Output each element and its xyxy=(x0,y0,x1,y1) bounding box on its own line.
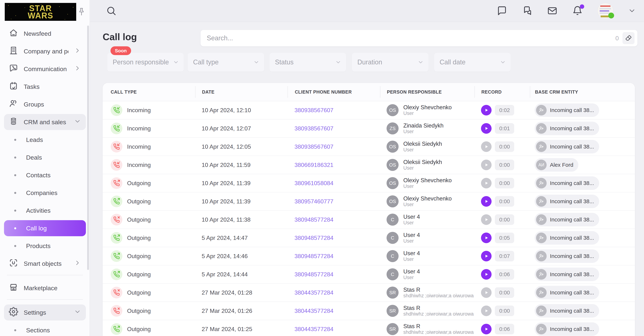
client-phone-link[interactable]: 380948577284 xyxy=(294,253,334,260)
client-phone-link[interactable]: 380948577284 xyxy=(294,271,334,278)
play-record-button[interactable] xyxy=(481,123,492,134)
table-row[interactable]: Outgoing5 Apr 2024, 14:47380948577284CUs… xyxy=(103,229,635,247)
table-row[interactable]: Outgoing27 Mar 2024, 01:28380443577284SR… xyxy=(103,284,635,302)
sidebar-item-products[interactable]: Products xyxy=(4,238,86,254)
sidebar-item-activities[interactable]: Activities xyxy=(4,202,86,218)
company-icon xyxy=(9,46,18,57)
mail-button[interactable] xyxy=(547,6,558,16)
record-duration: 0:00 xyxy=(495,196,514,207)
sidebar-item-label: Company and pe... xyxy=(24,48,68,55)
play-record-button[interactable] xyxy=(481,178,492,188)
feedback-button[interactable] xyxy=(497,6,507,16)
user-avatar[interactable] xyxy=(597,3,613,19)
table-row[interactable]: Outgoing5 Apr 2024, 14:44380948577284CUs… xyxy=(103,265,635,284)
client-phone-link[interactable]: 380443577284 xyxy=(294,326,334,332)
play-record-button[interactable] xyxy=(481,214,492,225)
entity-call-icon xyxy=(536,178,547,188)
global-search-button[interactable] xyxy=(106,6,116,16)
sidebar-item-smart-objects[interactable]: Smart objects xyxy=(4,255,86,272)
sidebar-item-deals[interactable]: Deals xyxy=(4,149,86,165)
crm-entity-chip[interactable]: Incoming call 38... xyxy=(534,103,599,117)
play-record-button[interactable] xyxy=(481,324,492,334)
client-phone-link[interactable]: 380938567607 xyxy=(294,107,334,114)
client-phone-link[interactable]: 380948577284 xyxy=(294,235,334,241)
sidebar-item-companies[interactable]: Companies xyxy=(4,185,86,201)
person-avatar: C xyxy=(386,268,398,280)
app-logo[interactable]: STAR WARS xyxy=(5,3,76,21)
crm-entity-chip[interactable]: Incoming call 38... xyxy=(534,213,599,226)
play-record-button[interactable] xyxy=(481,105,492,116)
table-row[interactable]: Outgoing10 Apr 2024, 11:39380957460777OS… xyxy=(103,192,635,211)
pin-sidebar-icon[interactable] xyxy=(77,7,86,17)
filter-call-date[interactable]: Call date xyxy=(434,53,511,72)
play-record-button[interactable] xyxy=(481,305,492,316)
play-record-button[interactable] xyxy=(481,141,492,152)
sidebar-item-groups[interactable]: Groups xyxy=(4,96,86,112)
table-row[interactable]: Outgoing27 Mar 2024, 01:26380443577284SR… xyxy=(103,302,635,320)
filter-duration[interactable]: Duration xyxy=(352,53,428,72)
sidebar-item-leads[interactable]: Leads xyxy=(4,132,86,148)
play-record-button[interactable] xyxy=(481,287,492,298)
client-phone-link[interactable]: 380443577284 xyxy=(294,289,334,296)
play-record-button[interactable] xyxy=(481,160,492,170)
eraser-icon xyxy=(625,35,632,42)
client-phone-link[interactable]: 380948577284 xyxy=(294,216,334,223)
play-record-button[interactable] xyxy=(481,233,492,243)
table-row[interactable]: Outgoing5 Apr 2024, 14:46380948577284CUs… xyxy=(103,247,635,265)
sidebar-scrollbar[interactable] xyxy=(87,26,89,270)
table-row[interactable]: Incoming10 Apr 2024, 12:05380938567607OS… xyxy=(103,138,635,156)
filter-label: Call type xyxy=(193,58,253,66)
sidebar-item-marketplace[interactable]: Marketplace xyxy=(4,280,86,296)
profile-menu-button[interactable] xyxy=(628,7,636,15)
bullet-icon xyxy=(14,139,16,141)
client-phone-link[interactable]: 380938567607 xyxy=(294,125,334,132)
play-icon xyxy=(484,126,489,131)
sidebar-item-call-log[interactable]: Call log xyxy=(4,220,86,236)
crm-entity-chip[interactable]: Incoming call 38... xyxy=(534,176,599,190)
table-row[interactable]: Incoming10 Apr 2024, 11:59380669186321OS… xyxy=(103,156,635,174)
table-row[interactable]: Outgoing27 Mar 2024, 01:25380443577284SR… xyxy=(103,320,635,336)
crm-entity-chip[interactable]: Incoming call 38... xyxy=(534,249,599,263)
column-header-date: Date xyxy=(195,86,288,98)
sidebar-item-contacts[interactable]: Contacts xyxy=(4,167,86,183)
client-phone-link[interactable]: 380669186321 xyxy=(294,162,334,168)
play-record-button[interactable] xyxy=(481,251,492,261)
table-row[interactable]: Outgoing10 Apr 2024, 11:38380948577284CU… xyxy=(103,211,635,229)
play-record-button[interactable] xyxy=(481,269,492,280)
filter-person-responsible[interactable]: SoonPerson responsible xyxy=(107,53,184,72)
filter-status[interactable]: Status xyxy=(270,53,346,72)
sidebar-item-settings[interactable]: Settings xyxy=(4,304,86,320)
crm-entity-chip[interactable]: AИAlex Ford xyxy=(534,158,578,172)
client-phone-link[interactable]: 380961058084 xyxy=(294,180,334,187)
sidebar-item-tasks[interactable]: Tasks xyxy=(4,79,86,95)
topbar xyxy=(90,0,644,22)
clear-search-button[interactable] xyxy=(622,32,634,44)
table-row[interactable]: Outgoing10 Apr 2024, 11:39380961058084OS… xyxy=(103,174,635,192)
crm-entity-chip[interactable]: Incoming call 38... xyxy=(534,231,599,245)
client-phone-link[interactable]: 380938567607 xyxy=(294,143,334,150)
crm-entity-chip[interactable]: Incoming call 38... xyxy=(534,195,599,208)
client-phone-link[interactable]: 380443577284 xyxy=(294,307,334,314)
sidebar-item-crm-and-sales[interactable]: CRM and sales xyxy=(4,114,86,130)
notifications-button[interactable] xyxy=(572,6,583,16)
crm-entity-chip[interactable]: Incoming call 38... xyxy=(534,122,599,135)
page-title: Call log xyxy=(103,31,137,42)
sidebar-item-communication-c[interactable]: Communication c... xyxy=(4,61,86,77)
sidebar-item-sections[interactable]: Sections xyxy=(4,322,86,336)
person-avatar: OS xyxy=(386,104,398,116)
call-type-label: Outgoing xyxy=(127,235,151,241)
crm-entity-chip[interactable]: Incoming call 38... xyxy=(534,140,599,153)
client-phone-link[interactable]: 380957460777 xyxy=(294,198,334,205)
sidebar-item-newsfeed[interactable]: Newsfeed xyxy=(4,26,86,42)
sidebar-item-company-and-pe[interactable]: Company and pe... xyxy=(4,43,86,59)
search-input[interactable] xyxy=(207,34,615,42)
crm-entity-chip[interactable]: Incoming call 38... xyxy=(534,304,599,317)
messenger-button[interactable] xyxy=(522,6,532,16)
table-row[interactable]: Incoming10 Apr 2024, 12:10380938567607OS… xyxy=(103,101,635,120)
crm-entity-chip[interactable]: Incoming call 38... xyxy=(534,286,599,299)
crm-entity-chip[interactable]: Incoming call 38... xyxy=(534,268,599,281)
filter-call-type[interactable]: Call type xyxy=(188,53,264,72)
crm-entity-chip[interactable]: Incoming call 38... xyxy=(534,322,599,336)
play-record-button[interactable] xyxy=(481,196,492,207)
table-row[interactable]: Incoming10 Apr 2024, 12:07380938567607ZS… xyxy=(103,120,635,138)
